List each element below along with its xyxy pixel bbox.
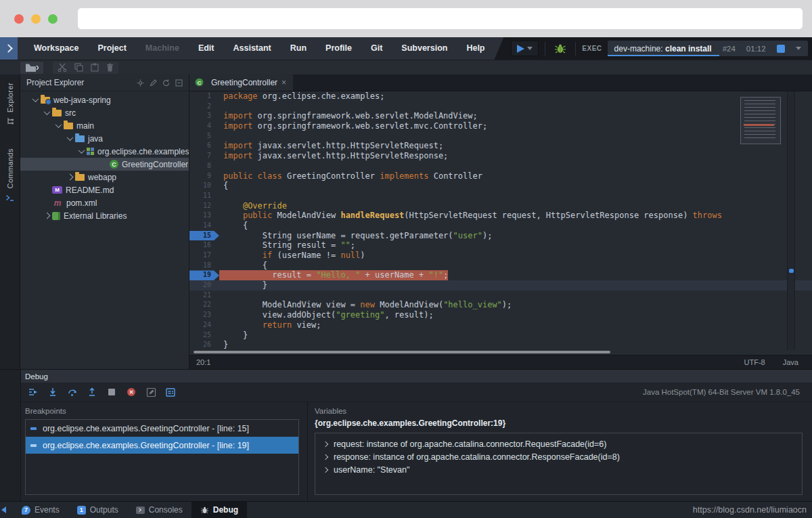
line-number[interactable]: 11	[189, 191, 219, 201]
line-number[interactable]: 1	[189, 91, 219, 102]
line-number[interactable]: 17	[189, 251, 219, 261]
line-number[interactable]: 14	[189, 221, 219, 231]
horizontal-scrollbar-thumb[interactable]	[194, 351, 610, 353]
code-line-24[interactable]: 24 return view;	[189, 320, 812, 330]
chevron-down-icon[interactable]	[53, 123, 64, 128]
line-number[interactable]: 2	[189, 102, 219, 112]
menu-edit[interactable]: Edit	[189, 37, 224, 60]
code-line-5[interactable]: 5	[189, 131, 812, 142]
chevron-right-icon[interactable]	[41, 213, 52, 218]
code-line-8[interactable]: 8	[189, 161, 812, 171]
line-number[interactable]: 4	[189, 121, 219, 131]
panel-collapse-icon[interactable]	[1, 506, 6, 513]
line-number[interactable]: 8	[189, 161, 219, 171]
paste-icon[interactable]	[91, 63, 99, 72]
edit-pencil-icon[interactable]	[150, 79, 157, 87]
code-line-23[interactable]: 23 view.addObject("greeting", result);	[189, 310, 812, 320]
chevron-right-icon[interactable]	[64, 175, 75, 179]
code-line-17[interactable]: 17 if (userName != null)	[189, 251, 812, 261]
code-line-12[interactable]: 12 @Override	[189, 201, 812, 211]
line-number[interactable]: 13	[189, 211, 219, 221]
line-number[interactable]: 12	[189, 201, 219, 211]
tree-item-src[interactable]: src	[20, 106, 189, 119]
line-number[interactable]: 26	[189, 340, 219, 350]
cut-icon[interactable]	[58, 63, 67, 72]
code-line-16[interactable]: 16 String result = "";	[189, 240, 812, 251]
line-number[interactable]: 18	[189, 261, 219, 271]
editor-minimap[interactable]	[740, 97, 781, 144]
code-line-15[interactable]: 15 String userName = request.getParamete…	[189, 231, 812, 241]
step-over-button[interactable]	[65, 385, 80, 399]
collapse-all-icon[interactable]	[175, 79, 183, 87]
resume-button[interactable]	[26, 385, 41, 399]
line-number[interactable]: 10	[189, 181, 219, 191]
tree-item-main[interactable]: main	[20, 119, 189, 132]
menu-run[interactable]: Run	[281, 37, 316, 60]
run-button[interactable]	[511, 41, 539, 56]
variable-item[interactable]: response: instance of org.apache.catalin…	[322, 450, 802, 463]
show-breakpoints-button[interactable]	[163, 385, 178, 399]
line-number[interactable]: 24	[189, 320, 219, 330]
code-line-7[interactable]: 7import javax.servlet.http.HttpServletRe…	[189, 151, 812, 161]
variable-item[interactable]: userName: "Stevan"	[322, 463, 802, 476]
editor-tab-greetingcontroller[interactable]: C GreetingController ×	[189, 74, 293, 91]
code-line-22[interactable]: 22 ModelAndView view = new ModelAndView(…	[189, 300, 812, 310]
line-number[interactable]: 16	[189, 240, 219, 251]
suspend-button[interactable]	[104, 385, 119, 399]
tree-item-java[interactable]: java	[20, 132, 189, 145]
chevron-down-icon[interactable]	[30, 98, 41, 102]
line-number[interactable]: 9	[189, 171, 219, 181]
horizontal-scrollbar[interactable]	[189, 350, 812, 355]
bottom-tab-outputs[interactable]: 1Outputs	[68, 502, 127, 518]
browser-address-bar[interactable]	[78, 8, 803, 29]
copy-icon[interactable]	[74, 63, 83, 72]
code-line-11[interactable]: 11	[189, 191, 812, 201]
menu-assistant[interactable]: Assistant	[223, 37, 280, 60]
delete-icon[interactable]	[106, 63, 114, 72]
ruler-breakpoint-marker[interactable]	[789, 269, 794, 273]
close-tab-icon[interactable]: ×	[281, 79, 286, 87]
code-line-3[interactable]: 3import org.springframework.web.servlet.…	[189, 111, 812, 121]
chevron-right-icon[interactable]	[323, 467, 328, 472]
step-out-button[interactable]	[85, 385, 99, 399]
close-window-button[interactable]	[14, 14, 24, 24]
tree-item-external-libraries[interactable]: External Libraries	[20, 209, 189, 222]
menu-subversion[interactable]: Subversion	[392, 37, 457, 60]
line-number[interactable]: 25	[189, 330, 219, 341]
line-number[interactable]: 3	[189, 111, 219, 121]
line-number[interactable]: 20	[189, 280, 219, 290]
command-dropdown-caret-icon[interactable]	[796, 47, 801, 50]
chevron-down-icon[interactable]	[41, 110, 52, 115]
code-line-13[interactable]: 13 public ModelAndView handleRequest(Htt…	[189, 211, 812, 221]
stop-process-button[interactable]	[777, 45, 785, 53]
tree-item-org-eclipse-che-examples[interactable]: org.eclipse.che.examples	[20, 145, 189, 158]
code-line-18[interactable]: 18 {	[189, 261, 812, 271]
code-line-2[interactable]: 2	[189, 102, 812, 112]
tree-item-readme-md[interactable]: MREADME.md	[20, 184, 189, 196]
bottom-tab-events[interactable]: 7Events	[13, 502, 68, 518]
breakpoint-gutter-marker[interactable]: 15	[189, 231, 219, 241]
code-line-4[interactable]: 4import org.springframework.web.servlet.…	[189, 121, 812, 131]
menu-help[interactable]: Help	[457, 37, 494, 60]
menu-overflow-button[interactable]	[0, 37, 18, 60]
menu-project[interactable]: Project	[88, 37, 135, 60]
tree-item-webapp[interactable]: webapp	[20, 171, 189, 184]
breakpoint-gutter-marker[interactable]: 19	[189, 270, 219, 280]
line-number[interactable]: 7	[189, 151, 219, 161]
chevron-right-icon[interactable]	[323, 454, 328, 459]
disconnect-button[interactable]	[124, 385, 139, 399]
line-number[interactable]: 21	[189, 290, 219, 301]
code-line-9[interactable]: 9public class GreetingController impleme…	[189, 171, 812, 181]
minimize-window-button[interactable]	[31, 14, 41, 24]
bottom-tab-debug[interactable]: Debug	[191, 502, 247, 518]
code-line-10[interactable]: 10{	[189, 181, 812, 191]
command-widget[interactable]: dev-machine: clean install #24 01:12	[608, 41, 808, 56]
code-line-21[interactable]: 21	[189, 290, 812, 301]
line-number[interactable]: 6	[189, 141, 219, 151]
line-number[interactable]: 23	[189, 310, 219, 320]
breakpoint-item[interactable]: org.eclipse.che.examples.GreetingControl…	[26, 420, 298, 437]
code-editor[interactable]: 1package org.eclipse.che.examples;23impo…	[189, 91, 812, 350]
tab-explorer[interactable]: Explorer	[6, 83, 14, 125]
tree-item-greetingcontroller[interactable]: CGreetingController	[20, 158, 189, 171]
code-line-19[interactable]: 19 result = "Hello, " + userName + "!";	[189, 270, 812, 280]
